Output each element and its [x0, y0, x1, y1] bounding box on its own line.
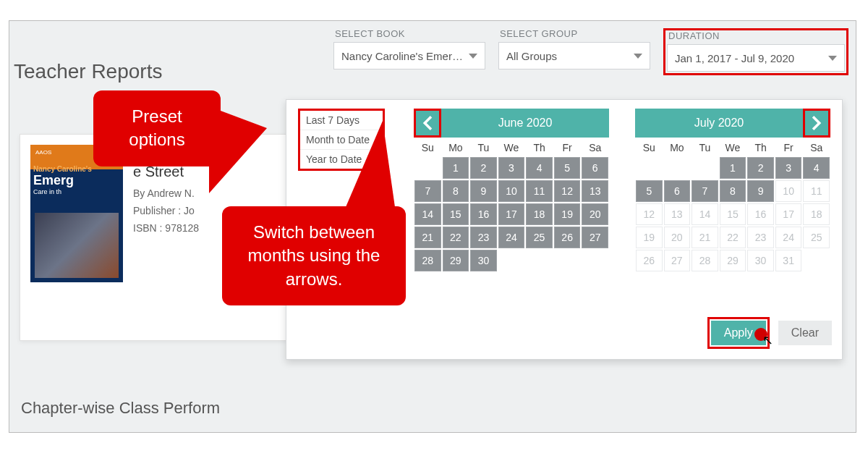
prev-month-arrow[interactable]	[414, 109, 441, 138]
apply-button-highlight: Apply ↖	[707, 317, 770, 349]
dow-row-right: SuMoTuWeThFrSa	[635, 138, 830, 156]
calendar-day[interactable]: 28	[692, 250, 718, 271]
calendar-day[interactable]: 21	[692, 227, 718, 248]
calendar-empty-cell	[498, 250, 525, 271]
group-select-value: All Groups	[506, 50, 557, 62]
calendar-day[interactable]: 2	[470, 157, 497, 179]
calendar-day[interactable]: 5	[636, 180, 663, 202]
calendar-day[interactable]: 7	[692, 180, 718, 202]
calendar-right-title: July 2020	[635, 109, 803, 138]
calendar-day[interactable]: 16	[747, 203, 774, 225]
filter-group-label: SELECT GROUP	[500, 28, 650, 39]
filter-group: SELECT GROUP All Groups	[498, 28, 650, 75]
calendar-empty-cell	[526, 250, 553, 271]
chevron-left-icon	[422, 116, 433, 130]
calendar-day[interactable]: 12	[636, 203, 663, 225]
calendar-day[interactable]: 4	[803, 157, 830, 179]
calendar-day[interactable]: 13	[582, 180, 608, 202]
group-select[interactable]: All Groups	[498, 42, 650, 69]
calendar-day[interactable]: 3	[775, 157, 802, 179]
calendar-day[interactable]: 10	[498, 180, 525, 202]
calendar-left-title: June 2020	[441, 109, 609, 138]
calendar-day[interactable]: 5	[554, 157, 581, 179]
cover-line3: Care in th	[33, 188, 120, 195]
calendar-day[interactable]: 17	[498, 203, 525, 225]
calendar-day[interactable]: 27	[582, 227, 608, 248]
calendar-day[interactable]: 26	[636, 250, 663, 271]
calendar-day[interactable]: 25	[526, 227, 553, 248]
calendar-day[interactable]: 15	[720, 203, 746, 225]
dow-label: Su	[414, 138, 442, 156]
next-month-arrow[interactable]	[803, 109, 830, 138]
calendar-day[interactable]: 9	[470, 180, 497, 202]
dow-label: Mo	[442, 138, 470, 156]
dow-label: We	[719, 138, 747, 156]
apply-button[interactable]: Apply ↖	[711, 321, 766, 345]
dow-label: Sa	[802, 138, 830, 156]
calendar-right: July 2020 SuMoTuWeThFrSa 123456789101112…	[635, 109, 830, 272]
calendar-day[interactable]: 23	[747, 227, 774, 248]
calendar-empty-cell	[692, 157, 718, 179]
calendar-day[interactable]: 23	[470, 227, 497, 248]
calendar-day[interactable]: 9	[747, 180, 774, 202]
calendar-day[interactable]: 14	[692, 203, 718, 225]
calendar-day[interactable]: 20	[582, 203, 608, 225]
calendar-day[interactable]: 27	[664, 250, 691, 271]
caret-down-icon	[828, 56, 837, 61]
calendar-day[interactable]: 30	[470, 250, 497, 271]
calendar-left-grid: 1234567891011121314151617181920212223242…	[414, 156, 609, 272]
calendar-day[interactable]: 26	[554, 227, 581, 248]
calendar-day[interactable]: 16	[470, 203, 497, 225]
calendar-day[interactable]: 25	[803, 227, 830, 248]
calendar-day[interactable]: 18	[526, 203, 553, 225]
dow-label: Th	[746, 138, 775, 156]
cover-photo	[35, 213, 119, 278]
calendar-day[interactable]: 18	[803, 203, 830, 225]
calendar-day[interactable]: 20	[664, 227, 691, 248]
cover-line2: Emerg	[33, 173, 120, 188]
calendar-day[interactable]: 15	[443, 203, 469, 225]
calendar-day[interactable]: 2	[747, 157, 774, 179]
book-select-value: Nancy Caroline's Emer…	[341, 50, 463, 62]
clear-button[interactable]: Clear	[778, 321, 832, 345]
calendar-empty-cell	[636, 157, 663, 179]
calendar-day[interactable]: 8	[443, 180, 469, 202]
calendar-day[interactable]: 21	[414, 227, 441, 248]
filter-book-label: SELECT BOOK	[335, 28, 485, 39]
calendar-day[interactable]: 30	[747, 250, 774, 271]
calendar-day[interactable]: 19	[554, 203, 581, 225]
calendar-day[interactable]: 8	[720, 180, 746, 202]
calendar-day[interactable]: 28	[414, 250, 441, 271]
calendar-day[interactable]: 11	[803, 180, 830, 202]
duration-select[interactable]: Jan 1, 2017 - Jul 9, 2020	[667, 44, 845, 72]
calendar-day[interactable]: 3	[498, 157, 525, 179]
calendar-day[interactable]: 31	[775, 250, 802, 271]
calendar-day[interactable]: 1	[720, 157, 746, 179]
calendar-day[interactable]: 22	[443, 227, 469, 248]
calendar-day[interactable]: 10	[775, 180, 802, 202]
calendar-day[interactable]: 29	[720, 250, 746, 271]
dow-label: Fr	[775, 138, 803, 156]
calendar-day[interactable]: 1	[443, 157, 469, 179]
filter-book: SELECT BOOK Nancy Caroline's Emer…	[333, 28, 485, 75]
calendar-day[interactable]: 6	[582, 157, 608, 179]
calendar-day[interactable]: 22	[720, 227, 746, 248]
calendar-day[interactable]: 12	[554, 180, 581, 202]
calendar-day[interactable]: 14	[414, 203, 441, 225]
calendar-day[interactable]: 7	[414, 180, 441, 202]
calendar-day[interactable]: 6	[664, 180, 691, 202]
book-select[interactable]: Nancy Caroline's Emer…	[333, 42, 485, 69]
calendar-day[interactable]: 24	[775, 227, 802, 248]
calendar-empty-cell	[554, 250, 581, 271]
calendar-day[interactable]: 29	[443, 250, 469, 271]
date-picker-actions: Apply ↖ Clear	[707, 317, 832, 349]
calendar-day[interactable]: 11	[526, 180, 553, 202]
dow-label: Tu	[691, 138, 719, 156]
calendar-day[interactable]: 19	[636, 227, 663, 248]
calendar-day[interactable]: 24	[498, 227, 525, 248]
chevron-right-icon	[812, 116, 822, 130]
dow-label: Mo	[663, 138, 692, 156]
calendar-day[interactable]: 4	[526, 157, 553, 179]
calendar-day[interactable]: 13	[664, 203, 691, 225]
calendar-day[interactable]: 17	[775, 203, 802, 225]
